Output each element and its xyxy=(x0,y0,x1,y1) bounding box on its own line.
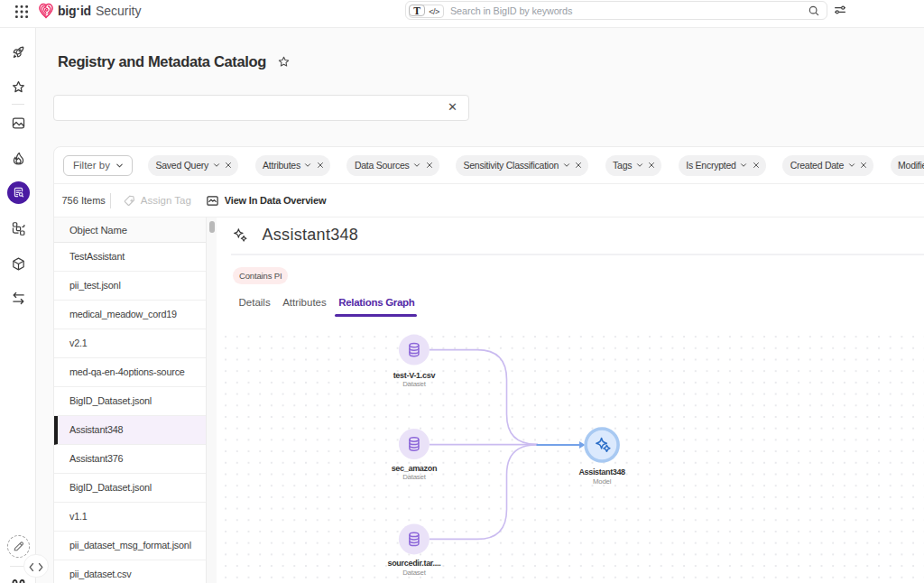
svg-text:Dataset: Dataset xyxy=(402,473,427,481)
svg-text:sourcedir.tar....: sourcedir.tar.... xyxy=(387,559,440,568)
svg-text:Model: Model xyxy=(593,477,612,486)
svg-text:sec_amazon: sec_amazon xyxy=(392,464,438,473)
svg-text:Dataset: Dataset xyxy=(402,380,427,388)
svg-text:Assistant348: Assistant348 xyxy=(578,467,625,477)
svg-text:test-V-1.csv: test-V-1.csv xyxy=(393,371,436,380)
svg-text:Dataset: Dataset xyxy=(402,569,427,577)
